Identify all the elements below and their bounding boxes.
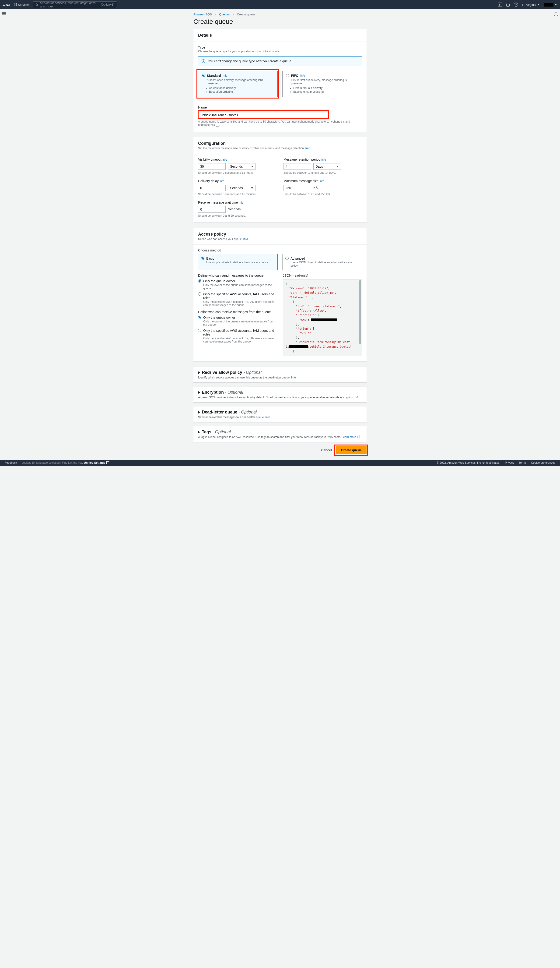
tags-toggle[interactable]: Tags - Optional xyxy=(198,429,362,434)
fifo-title: FIFO xyxy=(291,74,299,78)
config-info-link[interactable]: Info xyxy=(306,147,310,150)
caret-down-icon xyxy=(555,4,557,5)
terms-link[interactable]: Terms xyxy=(519,461,526,464)
standard-title: Standard xyxy=(207,74,221,78)
feedback-link[interactable]: Feedback xyxy=(5,461,17,464)
tags-opt: - Optional xyxy=(213,429,231,434)
delay-label: Delivery delay xyxy=(198,179,219,183)
type-fifo-card[interactable]: FIFO Info First-in-first-out delivery, m… xyxy=(282,71,362,97)
access-info-link[interactable]: Info xyxy=(243,237,248,241)
wait-time-field: Receive message wait time Info Seconds S… xyxy=(198,201,276,217)
access-policy-panel: Access policy Define who can access your… xyxy=(193,228,367,361)
services-grid-icon xyxy=(14,3,17,6)
radio-recv-spec[interactable] xyxy=(198,329,202,332)
main-content: Amazon SQS Queues Create queue Create qu… xyxy=(188,9,372,460)
vis-unit-select[interactable]: Seconds xyxy=(228,163,256,170)
account-redacted xyxy=(543,3,553,7)
tags-section: Tags - Optional A tag is a label assigne… xyxy=(193,426,367,442)
dlq-info-link[interactable]: Info xyxy=(265,416,270,419)
wait-unit: Seconds xyxy=(228,206,241,213)
search-icon xyxy=(35,3,38,6)
send-owner-option[interactable]: Only the queue owner Only the owner of t… xyxy=(198,279,277,290)
radio-fifo[interactable] xyxy=(286,74,289,77)
max-value-input[interactable] xyxy=(284,185,311,191)
help-panel-toggle[interactable]: i xyxy=(554,12,558,17)
basic-title: Basic xyxy=(206,257,269,260)
search-input[interactable]: Search for services, features, blogs, do… xyxy=(33,2,117,8)
radio-recv-owner[interactable] xyxy=(198,316,202,319)
max-size-field: Maximum message size Info KB Should be b… xyxy=(284,179,362,196)
queue-name-input[interactable] xyxy=(198,112,329,119)
fifo-desc: First-in-first-out delivery, message ord… xyxy=(291,78,358,85)
type-standard-card[interactable]: Standard Info At-least-once delivery, me… xyxy=(198,71,278,97)
radio-send-spec[interactable] xyxy=(198,292,202,295)
dlq-toggle[interactable]: Dead-letter queue - Optional xyxy=(198,410,362,414)
recv-owner-option[interactable]: Only the queue owner Only the owner of t… xyxy=(198,316,277,327)
region-selector[interactable]: N. Virginia xyxy=(522,3,540,7)
encryption-sub: Amazon SQS provides in-transit encryptio… xyxy=(198,396,354,399)
ret-unit-select[interactable]: Days xyxy=(313,163,341,170)
tags-learn-more-link[interactable]: Learn more xyxy=(342,436,360,439)
vis-value-input[interactable] xyxy=(198,163,226,170)
encryption-toggle[interactable]: Encryption - Optional xyxy=(198,390,362,395)
method-basic-card[interactable]: Basic Use simple criteria to define a ba… xyxy=(198,254,278,270)
services-menu[interactable]: Services xyxy=(14,3,30,7)
fifo-bullet-1: First-in-first-out delivery xyxy=(293,86,358,90)
vis-unit: Seconds xyxy=(230,165,243,168)
standard-info-link[interactable]: Info xyxy=(223,74,228,77)
side-nav-toggle[interactable] xyxy=(2,12,6,15)
wait-info-link[interactable]: Info xyxy=(239,201,243,204)
send-spec-option[interactable]: Only the specified AWS accounts, IAM use… xyxy=(198,292,277,307)
name-highlight xyxy=(198,110,329,119)
max-hint: Should be between 1 KB and 256 KB. xyxy=(284,192,362,196)
redrive-info-link[interactable]: Info xyxy=(291,376,296,379)
redrive-section: Redrive allow policy - Optional Identify… xyxy=(193,367,367,383)
breadcrumb: Amazon SQS Queues Create queue xyxy=(193,13,367,16)
delay-info-link[interactable]: Info xyxy=(220,179,224,183)
wait-value-input[interactable] xyxy=(198,206,226,213)
details-panel: Details Type Choose the queue type for y… xyxy=(193,29,367,132)
delay-unit-select[interactable]: Seconds xyxy=(228,185,256,191)
access-left-col: Define who can send messages to the queu… xyxy=(198,273,277,356)
recv-header: Define who can receive messages from the… xyxy=(198,310,277,314)
radio-standard[interactable] xyxy=(202,74,205,77)
delay-field: Delivery delay Info Seconds Should be be… xyxy=(198,179,276,196)
encryption-info-link[interactable]: Info xyxy=(355,396,359,399)
privacy-link[interactable]: Privacy xyxy=(505,461,514,464)
radio-send-owner[interactable] xyxy=(198,279,202,282)
redrive-title: Redrive allow policy xyxy=(202,370,242,375)
top-nav: aws Services Search for services, featur… xyxy=(0,0,560,9)
max-unit: KB xyxy=(313,185,318,191)
svg-line-1 xyxy=(37,5,38,6)
method-advanced-card[interactable]: Advanced Use a JSON object to define an … xyxy=(282,254,362,270)
config-sub: Set the maximum message size, visibility… xyxy=(198,147,304,150)
help-icon[interactable]: ? xyxy=(514,3,518,7)
ret-hint: Should be between 1 minute and 14 days. xyxy=(284,171,362,174)
ret-info-link[interactable]: Info xyxy=(321,158,326,161)
cancel-button[interactable]: Cancel xyxy=(320,446,333,454)
delay-value-input[interactable] xyxy=(198,185,226,191)
unified-settings-link[interactable]: Unified Settings xyxy=(84,461,109,464)
ret-value-input[interactable] xyxy=(284,163,311,170)
account-menu[interactable] xyxy=(543,3,557,7)
max-info-link[interactable]: Info xyxy=(319,179,324,183)
recv-spec-option[interactable]: Only the specified AWS accounts, IAM use… xyxy=(198,329,277,343)
cloudshell-icon[interactable]: ▸ xyxy=(498,3,502,7)
radio-advanced[interactable] xyxy=(285,257,289,260)
breadcrumb-sqs[interactable]: Amazon SQS xyxy=(193,13,212,16)
scrollbar[interactable] xyxy=(359,280,361,344)
send-owner-label: Only the queue owner xyxy=(203,279,277,283)
external-link-icon xyxy=(357,436,360,438)
recv-spec-label: Only the specified AWS accounts, IAM use… xyxy=(203,329,277,336)
redrive-toggle[interactable]: Redrive allow policy - Optional xyxy=(198,370,362,375)
breadcrumb-queues[interactable]: Queues xyxy=(219,13,230,16)
create-queue-button[interactable]: Create queue xyxy=(336,446,367,454)
cookie-link[interactable]: Cookie preferences xyxy=(531,461,555,464)
ret-label: Message retention period xyxy=(284,157,320,161)
dlq-sub: Send undeliverable messages to a dead-le… xyxy=(198,416,264,419)
vis-info-link[interactable]: Info xyxy=(222,158,227,161)
aws-logo[interactable]: aws xyxy=(3,2,10,7)
fifo-info-link[interactable]: Info xyxy=(300,74,305,77)
radio-basic[interactable] xyxy=(201,257,205,260)
notifications-icon[interactable] xyxy=(506,3,510,7)
